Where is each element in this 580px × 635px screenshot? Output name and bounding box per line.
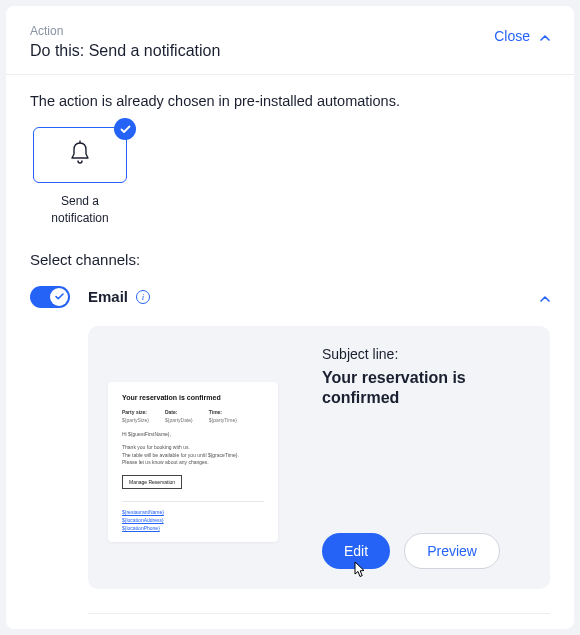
thumb-f1: ${restaurantName} <box>122 508 264 516</box>
tile-send-notification-wrap: Send a notification <box>30 127 130 227</box>
thumb-k2: Date: <box>165 409 193 415</box>
toggle-knob <box>50 288 68 306</box>
subject-value: Your reservation is confirmed <box>322 368 530 410</box>
close-button[interactable]: Close <box>494 24 550 48</box>
panel-body: The action is already chosen in pre-inst… <box>6 75 574 629</box>
header-text: Action Do this: Send a notification <box>30 24 220 60</box>
email-channel-title: Email i <box>88 288 150 305</box>
email-collapse-button[interactable] <box>540 289 550 305</box>
eyebrow: Action <box>30 24 220 38</box>
channel-email-row: Email i <box>30 284 550 310</box>
preview-button[interactable]: Preview <box>404 533 500 569</box>
thumb-f2: ${locationAddress} <box>122 516 264 524</box>
select-channels-label: Select channels: <box>30 251 550 268</box>
chevron-up-icon <box>540 289 550 305</box>
thumb-body3: Please let us know about any changes. <box>122 459 264 467</box>
bell-icon <box>68 140 92 170</box>
thumb-v3: ${partyTime} <box>209 417 237 423</box>
thumb-body2: The table will be available for you unti… <box>122 452 264 460</box>
thumb-footer: ${restaurantName} ${locationAddress} ${l… <box>122 501 264 532</box>
subject-label: Subject line: <box>322 346 530 362</box>
email-actions: Edit Preview <box>322 533 530 569</box>
thumb-body1: Thank you for booking with us. <box>122 444 264 452</box>
email-toggle[interactable] <box>30 286 70 308</box>
action-panel: Action Do this: Send a notification Clos… <box>6 6 574 629</box>
thumb-k3: Time: <box>209 409 237 415</box>
thumb-v1: ${partySize} <box>122 417 149 423</box>
email-thumbnail-col: Your reservation is confirmed Party size… <box>108 346 298 570</box>
info-icon[interactable]: i <box>136 290 150 304</box>
email-card: Your reservation is confirmed Party size… <box>88 326 550 590</box>
divider <box>88 613 550 614</box>
intro-text: The action is already chosen in pre-inst… <box>30 93 550 109</box>
action-tiles: Send a notification <box>30 127 550 227</box>
email-label: Email <box>88 288 128 305</box>
email-content-col: Subject line: Your reservation is confir… <box>322 346 530 570</box>
thumb-k1: Party size: <box>122 409 149 415</box>
close-label: Close <box>494 28 530 44</box>
tile-label: Send a notification <box>35 193 125 227</box>
email-thumbnail[interactable]: Your reservation is confirmed Party size… <box>108 382 278 542</box>
chevron-up-icon <box>540 28 550 44</box>
panel-header: Action Do this: Send a notification Clos… <box>6 6 574 75</box>
thumb-title: Your reservation is confirmed <box>122 394 264 401</box>
thumb-v2: ${partyDate} <box>165 417 193 423</box>
edit-button[interactable]: Edit <box>322 533 390 569</box>
thumb-f3: ${locationPhone} <box>122 524 264 532</box>
tile-send-notification[interactable] <box>33 127 127 183</box>
panel-title: Do this: Send a notification <box>30 42 220 60</box>
thumb-manage-button: Manage Reservation <box>122 475 182 489</box>
check-badge <box>114 118 136 140</box>
thumb-greeting: Hi ${guestFirstName}, <box>122 431 264 439</box>
